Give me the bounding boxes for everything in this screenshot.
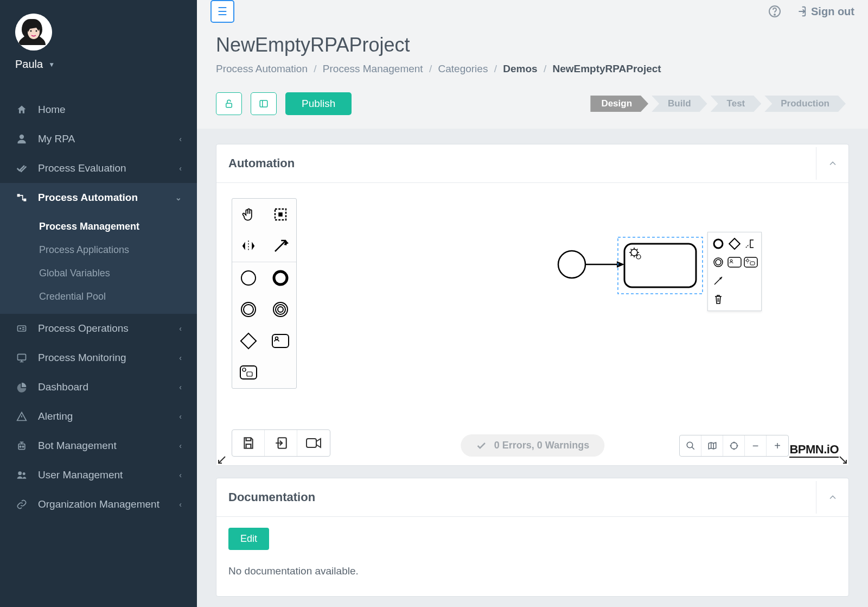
crumb-demos[interactable]: Demos [503, 63, 537, 74]
import-button[interactable] [265, 430, 297, 456]
nav-label: Process Automation [38, 192, 138, 204]
nav-process-monitoring[interactable]: Process Monitoring ‹ [0, 343, 197, 372]
svg-point-11 [22, 446, 24, 447]
zoom-in-button[interactable]: + [767, 435, 788, 456]
nav-home[interactable]: Home [0, 95, 197, 124]
edit-documentation-button[interactable]: Edit [228, 528, 269, 550]
end-event-icon [712, 238, 724, 250]
cp-connect[interactable] [711, 273, 725, 289]
content: NewEmptyRPAProject Process Automation / … [197, 23, 868, 607]
cp-blank1 [727, 273, 742, 289]
crumb-current: NewEmptyRPAProject [552, 63, 661, 74]
nav-my-rpa[interactable]: My RPA ‹ [0, 124, 197, 154]
operations-icon [15, 322, 28, 335]
subnav-process-automation: Process Management Process Applications … [0, 212, 197, 314]
sign-out-icon [795, 5, 807, 17]
map-icon [707, 441, 717, 451]
svg-point-42 [714, 239, 723, 248]
nav-organization-management[interactable]: Organization Management ‹ [0, 490, 197, 519]
video-icon [305, 437, 322, 449]
sign-out-button[interactable]: Sign out [795, 5, 854, 18]
breadcrumb-sep: / [544, 63, 546, 74]
nav-alerting[interactable]: Alerting ‹ [0, 402, 197, 431]
action-row: Publish Design Build Test Production [216, 92, 849, 115]
panel-collapse-button[interactable] [816, 147, 848, 180]
subnav-process-management[interactable]: Process Management [0, 215, 197, 238]
pipeline-step-design[interactable]: Design [590, 96, 648, 112]
documentation-header: Documentation [216, 478, 848, 517]
nav-process-automation[interactable]: Process Automation ⌄ [0, 183, 197, 212]
layout-button[interactable] [251, 92, 277, 115]
nav-bot-management[interactable]: Bot Management ‹ [0, 431, 197, 460]
menu-toggle-button[interactable]: ☰ [210, 0, 234, 23]
check-double-icon [15, 162, 28, 175]
pipeline-step-test[interactable]: Test [711, 96, 762, 112]
svg-rect-4 [17, 194, 20, 197]
alert-icon [15, 410, 28, 423]
documentation-body: Edit No documentation available. [216, 517, 848, 596]
flow-icon [15, 191, 28, 204]
zoom-out-button[interactable]: − [745, 435, 767, 456]
svg-point-7 [20, 327, 21, 329]
save-button[interactable] [232, 430, 265, 456]
connect-icon [712, 275, 724, 287]
publish-button[interactable]: Publish [285, 92, 352, 115]
chevron-up-icon [827, 158, 838, 169]
record-button[interactable] [297, 430, 330, 456]
context-pad [707, 232, 762, 311]
subnav-global-variables[interactable]: Global Variables [0, 262, 197, 285]
hamburger-icon: ☰ [218, 5, 227, 18]
save-icon [241, 436, 256, 450]
topbar: ☰ Sign out [197, 0, 868, 23]
nav-label: Process Evaluation [38, 162, 126, 174]
pie-chart-icon [15, 381, 28, 394]
sidebar: Paula ▼ Home My RPA ‹ Process Evaluation… [0, 0, 197, 607]
nav-user-management[interactable]: User Management ‹ [0, 460, 197, 490]
crumb-categories[interactable]: Categories [438, 63, 488, 74]
resize-handle-br[interactable] [839, 456, 847, 464]
panel-collapse-button[interactable] [816, 481, 848, 514]
lock-button[interactable] [216, 92, 242, 115]
pipeline-step-production[interactable]: Production [764, 96, 846, 112]
cp-delete[interactable] [711, 291, 725, 307]
start-event-node[interactable] [558, 251, 585, 278]
cp-append-bot-task[interactable] [744, 254, 758, 270]
search-button[interactable] [680, 435, 701, 456]
trash-icon [713, 293, 724, 305]
crumb-process-management[interactable]: Process Management [323, 63, 423, 74]
cp-append-user-task[interactable] [727, 254, 742, 270]
chevron-left-icon: ‹ [179, 441, 182, 450]
pipeline-step-build[interactable]: Build [652, 96, 707, 112]
canvas-toolbar [232, 429, 330, 457]
bpmn-canvas[interactable]: 0 Errors, 0 Warnings [216, 183, 848, 465]
help-button[interactable] [768, 5, 781, 18]
nav-label: Bot Management [38, 440, 117, 452]
nav-dashboard[interactable]: Dashboard ‹ [0, 372, 197, 402]
user-dropdown[interactable]: Paula ▼ [15, 58, 182, 71]
resize-handle-bl[interactable] [218, 456, 226, 464]
nav-process-operations[interactable]: Process Operations ‹ [0, 314, 197, 343]
subnav-credential-pool[interactable]: Credential Pool [0, 285, 197, 308]
nav-label: Process Monitoring [38, 352, 126, 364]
nav-process-evaluation[interactable]: Process Evaluation ‹ [0, 154, 197, 183]
automation-title: Automation [228, 156, 295, 170]
panels: Automation [197, 129, 868, 607]
robot-icon [15, 439, 28, 452]
avatar[interactable] [15, 14, 52, 50]
sidebar-header: Paula ▼ [0, 0, 197, 79]
center-button[interactable] [723, 435, 745, 456]
crumb-process-automation[interactable]: Process Automation [216, 63, 308, 74]
chevron-left-icon: ‹ [179, 353, 182, 362]
cp-append-text-annotation[interactable] [744, 236, 758, 252]
cp-append-end-event[interactable] [711, 236, 725, 252]
cp-blank4 [744, 291, 758, 307]
minimap-button[interactable] [701, 435, 723, 456]
bpmn-io-logo[interactable]: BPMN.iO [789, 442, 839, 458]
chevron-left-icon: ‹ [179, 135, 182, 143]
svg-rect-50 [750, 262, 755, 265]
cp-append-intermediate[interactable] [711, 254, 725, 270]
bot-task-icon [744, 257, 758, 268]
subnav-process-applications[interactable]: Process Applications [0, 238, 197, 262]
cp-append-gateway[interactable] [727, 236, 742, 252]
service-task-node[interactable] [624, 244, 696, 287]
